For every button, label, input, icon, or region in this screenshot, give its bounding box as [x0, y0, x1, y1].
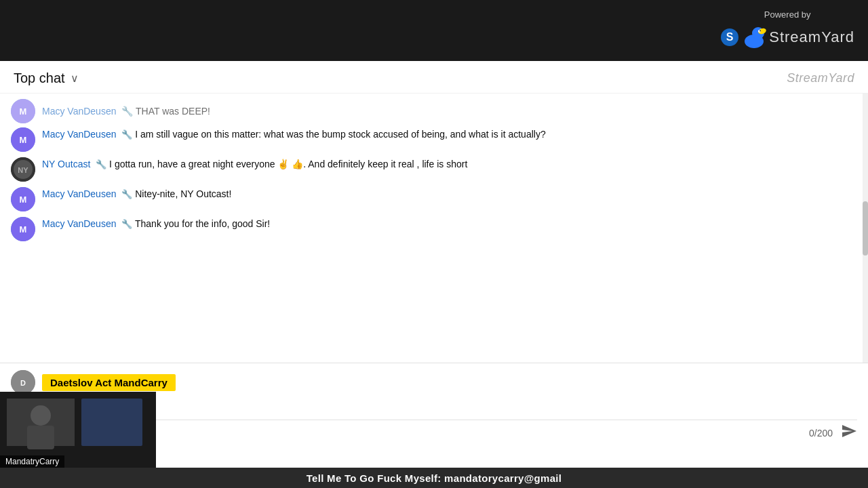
avatar-macy-4: M: [11, 217, 35, 241]
avatar-macy-3: M: [11, 187, 35, 211]
svg-text:D: D: [20, 379, 26, 387]
message-row-1: M Macy VanDeusen 🔧 I am still vague on t…: [0, 125, 868, 155]
avatar-ny: NY: [11, 157, 35, 182]
username-macy-1: Macy VanDeusen: [42, 129, 116, 140]
powered-by-label: Powered by: [764, 9, 811, 20]
messages-area: M Macy VanDeusen 🔧 THAT was DEEP! M Macy…: [0, 94, 868, 363]
svg-text:S: S: [726, 31, 734, 43]
bottom-banner: Tell Me To Go Fuck Myself: mandatorycarr…: [0, 468, 868, 488]
message-row-4: M Macy VanDeusen 🔧 Thank you for the inf…: [0, 214, 868, 244]
svg-rect-21: [81, 399, 142, 446]
scrollbar-thumb[interactable]: [863, 201, 868, 256]
streamyard-s-icon: S: [720, 28, 739, 47]
bottom-banner-text: Tell Me To Go Fuck Myself: mandatorycarr…: [307, 472, 562, 484]
tool-icon-4: 🔧: [121, 219, 132, 229]
scrollbar[interactable]: [863, 94, 868, 363]
message-content-1: Macy VanDeusen 🔧 I am still vague on thi…: [42, 127, 854, 142]
top-bar: Powered by S StreamYard: [0, 0, 868, 61]
message-content-2: NY Outcast 🔧 I gotta run, have a great n…: [42, 157, 854, 171]
message-content-4: Macy VanDeusen 🔧 Thank you for the info,…: [42, 217, 854, 231]
username-ny: NY Outcast: [42, 159, 90, 169]
streamyard-logo-small: StreamYard: [787, 71, 854, 85]
svg-text:M: M: [20, 195, 27, 205]
message-text-3: Nitey-nite, NY Outcast!: [135, 188, 231, 199]
message-row-partial: M Macy VanDeusen 🔧 THAT was DEEP!: [0, 98, 868, 125]
chat-header: Top chat ∨ StreamYard: [0, 61, 868, 94]
streamyard-text: StreamYard: [769, 28, 854, 46]
avatar-macy-partial: M: [11, 99, 35, 123]
input-user-avatar: D: [11, 370, 35, 394]
avatar-macy-1: M: [11, 127, 35, 152]
svg-text:NY: NY: [18, 166, 28, 174]
message-text-2: I gotta run, have a great night everyone…: [109, 159, 467, 169]
partial-username: Macy VanDeusen: [42, 106, 116, 117]
streamyard-logo: S StreamYard: [720, 22, 854, 52]
message-row-3: M Macy VanDeusen 🔧 Nitey-nite, NY Outcas…: [0, 184, 868, 214]
username-macy-4: Macy VanDeusen: [42, 218, 116, 229]
top-chat-title-row[interactable]: Top chat ∨: [14, 70, 79, 86]
svg-rect-24: [27, 426, 54, 449]
message-text-1: I am still vague on this matter: what wa…: [135, 129, 545, 140]
message-text-4: Thank you for the info, good Sir!: [135, 218, 270, 229]
top-chat-label: Top chat: [14, 70, 65, 86]
svg-text:M: M: [20, 224, 27, 235]
tool-icon-1: 🔧: [121, 129, 132, 140]
svg-text:M: M: [20, 135, 27, 145]
video-label: MandatryCarry: [0, 455, 64, 468]
send-button[interactable]: [841, 423, 857, 443]
username-badge-row: D Daetslov Act MandCarry: [11, 370, 857, 394]
svg-text:M: M: [20, 106, 27, 117]
char-count: 0/200: [809, 428, 833, 439]
send-icon: [841, 423, 857, 439]
chevron-down-icon[interactable]: ∨: [71, 72, 79, 85]
username-macy-3: Macy VanDeusen: [42, 188, 116, 199]
partial-text-content: THAT was DEEP!: [136, 106, 210, 117]
svg-point-6: [760, 30, 761, 31]
svg-point-23: [31, 405, 51, 426]
message-row-2: NY NY Outcast 🔧 I gotta run, have a grea…: [0, 155, 868, 184]
partial-message-text: Macy VanDeusen 🔧 THAT was DEEP!: [42, 106, 210, 117]
tool-icon-3: 🔧: [121, 189, 132, 199]
username-badge: Daetslov Act MandCarry: [42, 374, 176, 391]
powered-by-section: Powered by S StreamYard: [720, 9, 854, 52]
chat-input-field[interactable]: [42, 399, 868, 415]
tool-icon-partial: 🔧: [121, 106, 133, 117]
tool-icon-2: 🔧: [96, 159, 106, 169]
duck-icon: [739, 22, 769, 52]
video-preview: MandatryCarry: [0, 392, 156, 468]
message-content-3: Macy VanDeusen 🔧 Nitey-nite, NY Outcast!: [42, 187, 854, 201]
